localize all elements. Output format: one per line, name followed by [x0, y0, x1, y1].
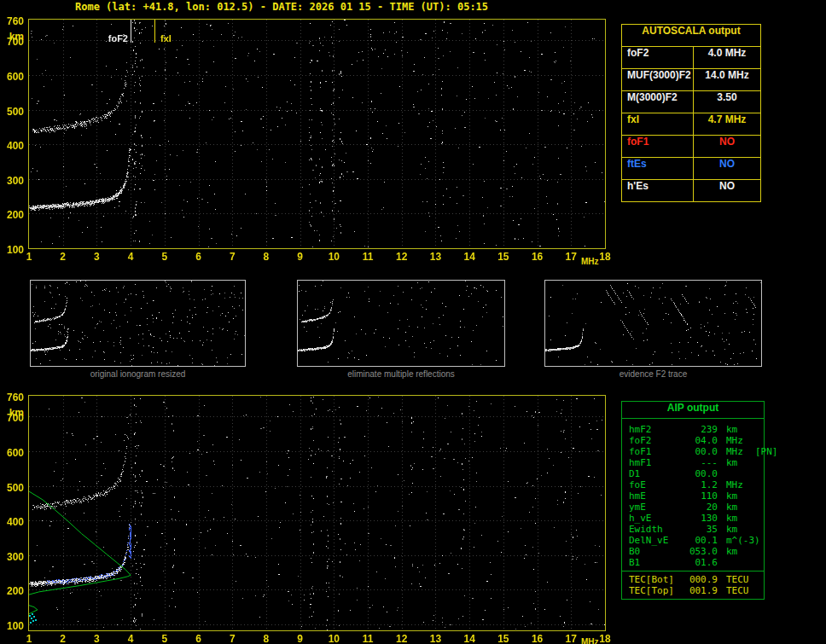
aip-output-table: AIP output hmF2239kmfoF204.0MHzfoF100.0M…: [621, 401, 765, 600]
page-title: Rome (lat: +41.8, lon: 012.5) - DATE: 20…: [75, 1, 488, 13]
x-axis-tick-label: 7: [224, 633, 241, 644]
autoscala-row-label: foF2: [622, 47, 694, 68]
autoscala-window: { "title": "Rome (lat: +41.8, lon: 012.5…: [0, 0, 826, 644]
fxi-marker-label: fxI: [160, 33, 172, 44]
thumbnail-caption-evidence: evidence F2 trace: [544, 369, 762, 379]
aip-row-val: 00.0: [683, 446, 718, 457]
fof2-marker-label: foF2: [102, 33, 128, 44]
aip-row-unit: km: [718, 546, 755, 557]
y-axis-unit-label: km: [0, 31, 24, 43]
aip-row-val: 110: [683, 490, 718, 502]
autoscala-row-label: fxI: [622, 113, 694, 135]
aip-row: DelN_vE00.1m^(-3): [622, 535, 764, 546]
x-axis-tick-label: 11: [359, 633, 376, 644]
y-axis-tick-label: 400: [0, 140, 24, 152]
x-axis-tick-label: 2: [55, 633, 72, 644]
autoscala-row: foF1NO: [622, 136, 760, 158]
x-axis-tick-label: 2: [55, 251, 72, 263]
aip-row: Ewidth35km: [622, 524, 764, 535]
aip-row-extra: [755, 546, 759, 557]
x-axis-tick-label: 18: [596, 633, 614, 644]
autoscala-row-label: M(3000)F2: [622, 91, 694, 113]
x-axis-tick-label: 10: [325, 251, 342, 263]
y-axis-tick-label: 500: [0, 482, 24, 494]
aip-row: D100.0: [622, 468, 764, 479]
x-axis-tick-label: 17: [562, 251, 579, 263]
y-axis-tick-label: 300: [0, 175, 24, 187]
thumbnail-evidence-f2-trace: [544, 280, 762, 367]
x-axis-unit-label: MHz: [581, 637, 599, 644]
y-axis-tick-label: 400: [0, 516, 24, 528]
x-axis-tick-label: 6: [190, 251, 207, 263]
aip-row-val: 1.2: [683, 479, 718, 490]
y-axis-tick-label: 760: [0, 392, 24, 403]
x-axis-tick-label: 8: [258, 633, 275, 644]
x-axis-tick-label: 12: [393, 633, 410, 644]
aip-row-extra: [755, 479, 759, 490]
aip-row-label: TEC[Top]: [629, 585, 683, 596]
y-axis-tick-label: 760: [0, 15, 24, 27]
aip-row-label: ymE: [629, 502, 683, 513]
aip-row: foF100.0MHz[PN]: [622, 446, 764, 457]
aip-row-val: 04.0: [683, 435, 718, 446]
autoscala-row: fxI4.7 MHz: [622, 113, 760, 136]
aip-row: foF204.0MHz: [622, 435, 764, 446]
x-axis-tick-label: 15: [495, 251, 512, 263]
x-axis-tick-label: 16: [529, 251, 546, 263]
y-axis-tick-label: 100: [0, 620, 24, 632]
aip-table-rows: hmF2239kmfoF204.0MHzfoF100.0MHz[PN]hmF1-…: [622, 424, 764, 596]
aip-row-extra: [PN]: [755, 446, 778, 457]
aip-row-val: 35: [683, 524, 718, 535]
autoscala-row-value: NO: [694, 136, 760, 157]
x-axis-tick-label: 5: [156, 251, 173, 263]
aip-row-extra: [755, 574, 759, 585]
thumbnail-caption-eliminate: eliminate multiple reflections: [297, 369, 505, 379]
bottom-ionogram-canvas: [28, 395, 606, 631]
aip-row-extra: [755, 457, 759, 468]
aip-row-label: hmE: [629, 490, 683, 502]
x-axis-tick-label: 1: [20, 633, 38, 644]
x-axis-tick-label: 13: [427, 251, 444, 263]
autoscala-output-table: AUTOSCALA output foF24.0 MHzMUF(3000)F21…: [621, 24, 761, 202]
aip-row-val: 053.0: [683, 546, 718, 557]
x-axis-tick-label: 3: [88, 633, 105, 644]
top-ionogram-canvas: [28, 19, 606, 249]
aip-row-val: 001.9: [683, 585, 718, 596]
thumbnail-caption-original: original ionogram resized: [30, 369, 246, 379]
aip-row-label: TEC[Bot]: [629, 574, 683, 585]
y-axis-tick-label: 200: [0, 585, 24, 597]
x-axis-tick-label: 12: [393, 251, 410, 263]
x-axis-tick-label: 14: [461, 251, 478, 263]
aip-row-label: DelN_vE: [629, 535, 683, 546]
x-axis-tick-label: 6: [190, 633, 207, 644]
aip-row-label: foF2: [629, 435, 683, 446]
aip-row-val: 01.6: [683, 557, 718, 568]
aip-row-label: foE: [629, 479, 683, 490]
thumbnail-eliminate-reflections: [297, 280, 505, 367]
x-axis-unit-label: MHz: [581, 257, 599, 266]
aip-row: B0053.0km: [622, 546, 764, 557]
aip-row-extra: [755, 424, 759, 435]
aip-row-unit: TECU: [718, 574, 755, 585]
x-axis-tick-label: 17: [562, 633, 579, 644]
aip-table-header: AIP output: [622, 402, 764, 419]
aip-row: hmF1---km: [622, 457, 764, 468]
aip-row-unit: MHz: [718, 446, 755, 457]
aip-row-val: 239: [683, 424, 718, 435]
aip-row-label: hmF2: [629, 424, 683, 435]
aip-row-extra: [755, 435, 759, 446]
aip-row-extra: [755, 557, 759, 568]
aip-row-extra: [755, 468, 759, 479]
x-axis-tick-label: 5: [156, 633, 173, 644]
aip-row: hmE110km: [622, 490, 764, 502]
aip-row: ymE20km: [622, 502, 764, 513]
x-axis-tick-label: 7: [224, 251, 241, 263]
aip-row: hmF2239km: [622, 424, 764, 435]
aip-row-unit: km: [718, 502, 755, 513]
aip-row-extra: [755, 502, 759, 513]
y-axis-tick-label: 600: [0, 447, 24, 459]
autoscala-row: h'EsNO: [622, 180, 760, 201]
x-axis-tick-label: 4: [122, 633, 139, 644]
x-axis-tick-label: 8: [258, 251, 275, 263]
aip-row-unit: [718, 557, 755, 568]
